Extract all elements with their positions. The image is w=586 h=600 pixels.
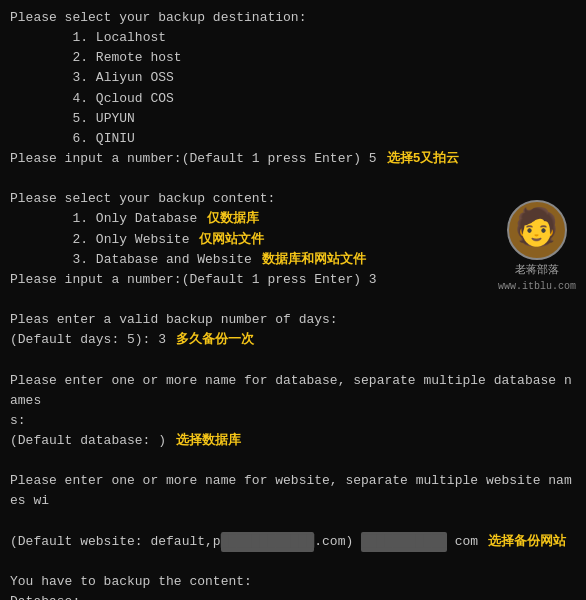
line-2: 1. Localhost <box>10 28 576 48</box>
row-only-website: 2. Only Website 仅网站文件 <box>10 230 576 250</box>
line-days-input: (Default days: 5): 3 <box>10 330 166 350</box>
avatar-area: 🧑 老蒋部落 www.itblu.com <box>498 200 576 295</box>
line-option-3: 3. Database and Website <box>10 250 252 270</box>
line-4: 3. Aliyun OSS <box>10 68 576 88</box>
line-7: 6. QINIU <box>10 129 576 149</box>
terminal-window: Please select your backup destination: 1… <box>0 0 586 600</box>
blurred-domain-partial: ████████████ <box>221 532 315 552</box>
avatar: 🧑 <box>507 200 567 260</box>
row-days: (Default days: 5): 3 多久备份一次 <box>10 330 576 350</box>
line-3: 2. Remote host <box>10 48 576 68</box>
annotation-days: 多久备份一次 <box>176 330 254 350</box>
line-web-names: Please enter one or more name for websit… <box>10 471 576 511</box>
line-5: 4. Qcloud COS <box>10 89 576 109</box>
line-backup-content-header: You have to backup the content: <box>10 572 576 592</box>
line-content-prompt: Please select your backup content: <box>10 189 576 209</box>
row-select-destination: Please input a number:(Default 1 press E… <box>10 149 576 169</box>
blank-2 <box>10 290 576 310</box>
blank-1 <box>10 169 576 189</box>
line-6: 5. UPYUN <box>10 109 576 129</box>
avatar-url: www.itblu.com <box>498 279 576 295</box>
blank-6 <box>10 552 576 572</box>
line-input-content: Please input a number:(Default 1 press E… <box>10 270 576 290</box>
line-db-default: (Default database: ) <box>10 431 166 451</box>
row-db-and-website: 3. Database and Website 数据库和网站文件 <box>10 250 576 270</box>
row-db-default: (Default database: ) 选择数据库 <box>10 431 576 451</box>
line-days-prompt: Pleas enter a valid backup number of day… <box>10 310 576 330</box>
annotation-only-web: 仅网站文件 <box>199 230 264 250</box>
blank-4 <box>10 451 576 471</box>
annotation-select-5: 选择5又拍云 <box>387 149 460 169</box>
line-db-names-2: s: <box>10 411 576 431</box>
blank-3 <box>10 350 576 370</box>
line-option-1: 1. Only Database <box>10 209 197 229</box>
avatar-label: 老蒋部落 <box>498 262 576 279</box>
avatar-face: 🧑 <box>514 212 559 248</box>
blank-5 <box>10 512 576 532</box>
blurred-domain-value: ███████████ <box>361 532 447 552</box>
annotation-select-db: 选择数据库 <box>176 431 241 451</box>
annotation-only-db: 仅数据库 <box>207 209 259 229</box>
annotation-select-site: 选择备份网站 <box>488 532 566 552</box>
row-only-database: 1. Only Database 仅数据库 <box>10 209 576 229</box>
line-web-default: (Default website: default,p████████████.… <box>10 532 478 552</box>
line-option-2: 2. Only Website <box>10 230 189 250</box>
row-web-default: (Default website: default,p████████████.… <box>10 532 576 552</box>
line-db-names-1: Please enter one or more name for databa… <box>10 371 576 411</box>
line-input-destination: Please input a number:(Default 1 press E… <box>10 149 377 169</box>
line-1: Please select your backup destination: <box>10 8 576 28</box>
line-database-label: Database: <box>10 592 576 600</box>
annotation-db-web: 数据库和网站文件 <box>262 250 366 270</box>
